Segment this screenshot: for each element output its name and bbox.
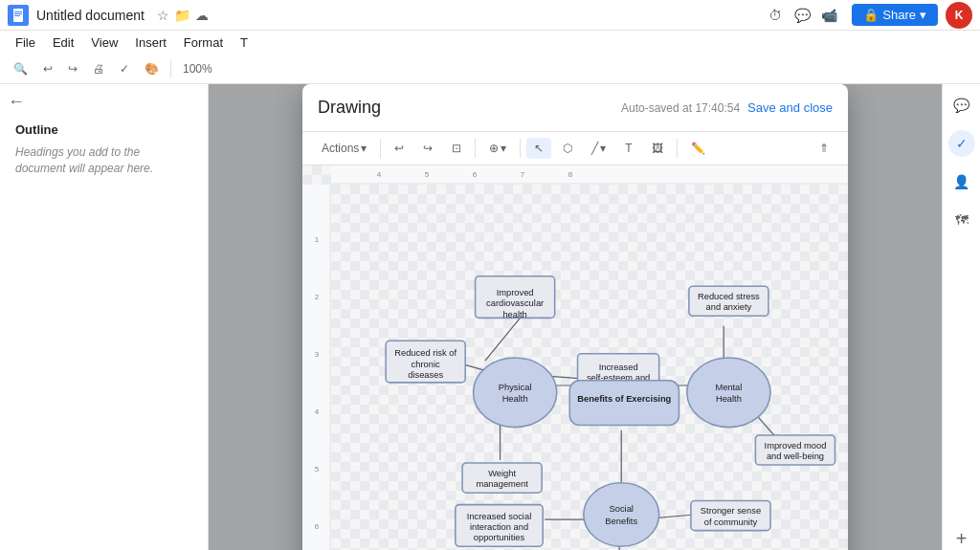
svg-text:2: 2 (315, 293, 320, 301)
svg-text:diseases: diseases (408, 370, 443, 380)
zoom-level[interactable]: 100% (177, 59, 218, 78)
right-icon-plus[interactable]: + (956, 528, 968, 550)
chat-icon[interactable]: 💬 (794, 8, 810, 23)
right-sidebar: 💬 ✓ 👤 🗺 + (942, 84, 980, 550)
folder-icon[interactable]: 📁 (175, 8, 190, 23)
svg-text:chronic: chronic (412, 360, 440, 369)
avatar[interactable]: K (946, 2, 972, 29)
undo-draw-button[interactable]: ↩ (387, 138, 412, 159)
svg-text:cardiovascular: cardiovascular (486, 298, 544, 308)
svg-text:5: 5 (315, 465, 320, 473)
svg-text:Benefits of Exercising: Benefits of Exercising (577, 394, 671, 404)
svg-rect-2 (14, 13, 22, 14)
right-icon-person[interactable]: 👤 (948, 168, 975, 195)
select-draw-button[interactable]: ↖ (526, 138, 551, 159)
menu-tools[interactable]: T (233, 33, 256, 52)
doc-title: Untitled document (36, 8, 145, 23)
copy-draw-button[interactable]: ⊡ (444, 138, 469, 159)
svg-text:Mental: Mental (715, 383, 742, 392)
drawing-toolbar: Actions ▾ ↩ ↪ ⊡ ⊕ ▾ ↖ ⬡ ╱ ▾ T (302, 132, 848, 165)
sidebar-close-arrow[interactable]: ← (8, 92, 25, 112)
modal-overlay: Drawing Auto-saved at 17:40:54 Save and … (209, 84, 942, 550)
lock-icon: 🔒 (863, 8, 879, 22)
dt-separator-1 (380, 139, 381, 158)
svg-text:interaction and: interaction and (470, 522, 528, 532)
chevron-down-icon: ▾ (920, 8, 926, 22)
ruler-left: 1 2 3 4 5 6 (302, 185, 331, 550)
star-icon[interactable]: ☆ (156, 8, 171, 23)
svg-point-39 (474, 358, 557, 428)
menu-insert[interactable]: Insert (127, 33, 174, 52)
right-icon-map[interactable]: 🗺 (948, 207, 975, 233)
svg-text:1: 1 (315, 235, 320, 244)
svg-text:4: 4 (315, 407, 320, 416)
svg-text:opportunities: opportunities (474, 533, 525, 542)
svg-text:Benefits: Benefits (605, 517, 637, 526)
autosaved-text: Auto-saved at 17:40:54 (621, 101, 740, 115)
svg-text:Physical: Physical (499, 383, 532, 392)
svg-text:8: 8 (568, 170, 573, 179)
search-toolbar-icon[interactable]: 🔍 (8, 59, 33, 78)
text-draw-button[interactable]: T (617, 138, 639, 159)
actions-chevron-icon: ▾ (361, 142, 367, 155)
save-close-button[interactable]: Save and close (747, 100, 833, 115)
svg-text:of community: of community (704, 517, 758, 527)
svg-text:Increased: Increased (599, 363, 638, 372)
svg-text:management: management (476, 479, 528, 489)
svg-text:and anxiety: and anxiety (706, 302, 752, 312)
shape-draw-button[interactable]: ⬡ (555, 138, 580, 159)
svg-point-51 (687, 358, 770, 428)
svg-text:Reduced stress: Reduced stress (698, 292, 760, 301)
modal-header: Drawing Auto-saved at 17:40:54 Save and … (302, 84, 848, 132)
line-chevron-icon: ▾ (600, 142, 606, 155)
image-draw-button[interactable]: 🖼 (644, 138, 671, 159)
svg-text:Improved: Improved (497, 288, 534, 297)
menu-edit[interactable]: Edit (45, 33, 81, 52)
meet-icon[interactable]: 📹 (821, 8, 836, 23)
menu-bar: File Edit View Insert Format T (0, 31, 980, 54)
sidebar-outline-subtitle: Headings you add to the document will ap… (15, 144, 192, 177)
redo-toolbar-btn[interactable]: ↪ (62, 59, 83, 78)
redo-draw-button[interactable]: ↪ (415, 138, 440, 159)
docs-logo (8, 5, 29, 26)
svg-text:Reduced risk of: Reduced risk of (394, 348, 457, 358)
diagram-area: Improved cardiovascular health Reduced r… (331, 185, 848, 550)
sidebar-outline-title: Outline (15, 122, 192, 137)
menu-format[interactable]: Format (176, 33, 231, 52)
print-toolbar-btn[interactable]: 🖨 (87, 59, 110, 78)
svg-text:4: 4 (377, 170, 382, 179)
svg-text:Weight: Weight (488, 469, 516, 478)
svg-point-60 (584, 483, 659, 546)
modal-title: Drawing (318, 98, 381, 118)
svg-text:Increased social: Increased social (467, 512, 531, 521)
spellcheck-toolbar-btn[interactable]: ✓ (114, 59, 135, 78)
menu-file[interactable]: File (8, 33, 43, 52)
right-icon-check[interactable]: ✓ (948, 130, 975, 157)
svg-text:6: 6 (315, 522, 320, 531)
main-content: Drawing Auto-saved at 17:40:54 Save and … (209, 84, 942, 550)
undo-toolbar-btn[interactable]: ↩ (37, 59, 58, 78)
cloud-icon[interactable]: ☁ (194, 8, 210, 23)
paint-toolbar-btn[interactable]: 🎨 (139, 59, 165, 78)
svg-text:5: 5 (425, 170, 430, 179)
pen-draw-button[interactable]: ✏️ (683, 138, 713, 159)
svg-rect-4 (331, 165, 848, 185)
drawing-canvas[interactable]: 4 5 6 7 8 1 2 (302, 165, 848, 550)
line-draw-button[interactable]: ╱ ▾ (584, 138, 613, 159)
dt-separator-4 (677, 139, 678, 158)
share-button[interactable]: 🔒 Share ▾ (852, 4, 938, 26)
history-icon[interactable]: ⏱ (768, 8, 783, 23)
svg-text:health: health (502, 310, 526, 319)
expand-draw-button[interactable]: ⇑ (812, 138, 836, 159)
actions-menu-button[interactable]: Actions ▾ (314, 138, 374, 159)
separator (170, 59, 171, 78)
zoom-draw-button[interactable]: ⊕ ▾ (481, 138, 514, 159)
svg-rect-3 (14, 15, 20, 16)
dt-separator-2 (475, 139, 476, 158)
dt-separator-3 (520, 139, 521, 158)
sidebar: ← Outline Headings you add to the docume… (0, 84, 209, 550)
menu-view[interactable]: View (83, 33, 125, 52)
toolbar: 🔍 ↩ ↪ 🖨 ✓ 🎨 100% (0, 54, 980, 84)
drawing-modal: Drawing Auto-saved at 17:40:54 Save and … (302, 84, 848, 550)
right-icon-comments[interactable]: 💬 (948, 92, 975, 119)
